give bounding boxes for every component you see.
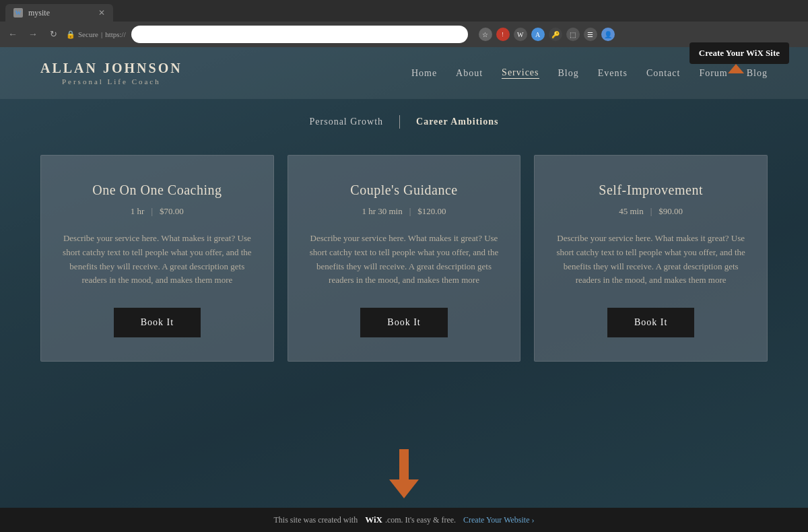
nav-links: Home About Services Blog Events Contact … <box>411 67 768 79</box>
url-input[interactable] <box>131 26 468 43</box>
card-1-title: One On One Coaching <box>92 182 222 198</box>
lock-icon: 🔒 <box>66 30 75 39</box>
extension-icon-4[interactable]: 🔑 <box>549 28 562 41</box>
nav-forum[interactable]: Forum <box>699 68 727 79</box>
card-2-description: Describe your service here. What makes i… <box>308 232 500 288</box>
card-3-meta: 45 min | $90.00 <box>619 206 683 217</box>
book-it-button-1[interactable]: Book It <box>114 308 201 337</box>
create-website-link[interactable]: Create Your Website › <box>463 515 534 525</box>
extension-icon-6[interactable]: ☰ <box>584 28 597 41</box>
browser-icons: ☆ ! W A 🔑 ⬚ ☰ 👤 <box>479 28 615 41</box>
site-wrapper: ALLAN JOHNSON Personal Life Coach Home A… <box>0 47 808 532</box>
extension-icon-1[interactable]: ! <box>496 28 510 41</box>
nav-about[interactable]: About <box>456 68 483 79</box>
card-1-meta: 1 hr | $70.00 <box>131 206 184 217</box>
book-it-button-3[interactable]: Book It <box>607 308 694 337</box>
site-logo: ALLAN JOHNSON Personal Life Coach <box>40 61 182 86</box>
logo-subtitle: Personal Life Coach <box>40 77 182 86</box>
url-protocol: https:// <box>105 30 126 38</box>
browser-tab[interactable]: W mysite ✕ <box>5 4 113 22</box>
nav-home[interactable]: Home <box>411 68 437 79</box>
forward-button[interactable]: → <box>26 27 40 42</box>
arrow-body <box>399 449 409 479</box>
meta-divider-3: | <box>650 206 652 217</box>
address-bar: ← → ↻ 🔒 Secure | https:// ☆ ! W A 🔑 ⬚ ☰ … <box>0 22 808 47</box>
services-section: Personal Growth Career Ambitions One On … <box>0 99 808 389</box>
nav-services[interactable]: Services <box>502 67 539 79</box>
card-2-title: Couple's Guidance <box>350 182 457 198</box>
url-separator: | <box>101 30 102 38</box>
wix-footer: This site was created with WiX .com. It'… <box>0 508 808 532</box>
nav-contact[interactable]: Contact <box>646 68 681 79</box>
card-1-description: Describe your service here. What makes i… <box>61 232 253 288</box>
tab-bar: W mysite ✕ <box>0 0 808 22</box>
nav-blog2[interactable]: Blog <box>747 68 768 79</box>
service-card-2: Couple's Guidance 1 hr 30 min | $120.00 … <box>288 155 521 362</box>
tab-close-button[interactable]: ✕ <box>98 8 105 18</box>
extension-icon-2[interactable]: W <box>514 28 527 41</box>
scroll-down-arrow <box>389 449 419 498</box>
tooltip-text: Create Your WiX Site <box>699 48 780 58</box>
tab-personal-growth[interactable]: Personal Growth <box>294 112 400 131</box>
tab-career-ambitions[interactable]: Career Ambitions <box>400 112 514 131</box>
footer-text-after: .com. It's easy & free. <box>385 515 456 525</box>
secure-badge: 🔒 Secure | https:// <box>66 30 126 39</box>
card-3-title: Self-Improvement <box>599 182 703 198</box>
card-3-description: Describe your service here. What makes i… <box>555 232 747 288</box>
service-card-1: One On One Coaching 1 hr | $70.00 Descri… <box>40 155 274 362</box>
meta-divider-2: | <box>409 206 411 217</box>
card-1-duration: 1 hr <box>131 206 145 217</box>
back-button[interactable]: ← <box>5 27 20 42</box>
star-icon[interactable]: ☆ <box>479 28 492 41</box>
card-2-meta: 1 hr 30 min | $120.00 <box>362 206 446 217</box>
nav-blog[interactable]: Blog <box>558 68 579 79</box>
tab-favicon: W <box>13 8 23 18</box>
extension-icon-5[interactable]: ⬚ <box>566 28 580 41</box>
user-icon[interactable]: 👤 <box>601 28 615 41</box>
site-navigation: ALLAN JOHNSON Personal Life Coach Home A… <box>0 47 808 99</box>
card-3-price: $90.00 <box>659 206 683 217</box>
secure-text: Secure <box>78 30 98 38</box>
service-tabs: Personal Growth Career Ambitions <box>40 112 768 131</box>
card-3-duration: 45 min <box>619 206 643 217</box>
extension-icon-3[interactable]: A <box>531 28 545 41</box>
card-2-duration: 1 hr 30 min <box>362 206 402 217</box>
refresh-button[interactable]: ↻ <box>46 27 61 42</box>
card-1-price: $70.00 <box>160 206 184 217</box>
footer-text-before: This site was created with <box>274 515 358 525</box>
nav-events[interactable]: Events <box>598 68 628 79</box>
service-card-3: Self-Improvement 45 min | $90.00 Describ… <box>534 155 768 362</box>
logo-name: ALLAN JOHNSON <box>40 61 182 76</box>
create-site-tooltip: Create Your WiX Site <box>689 42 789 64</box>
arrow-head <box>389 479 419 498</box>
tooltip-arrow <box>728 64 744 73</box>
service-cards: One On One Coaching 1 hr | $70.00 Descri… <box>40 155 768 362</box>
wix-logo: WiX <box>365 514 382 525</box>
tab-title: mysite <box>28 8 93 18</box>
browser-chrome: W mysite ✕ ← → ↻ 🔒 Secure | https:// ☆ !… <box>0 0 808 47</box>
meta-divider-1: | <box>151 206 153 217</box>
book-it-button-2[interactable]: Book It <box>360 308 447 337</box>
card-2-price: $120.00 <box>417 206 446 217</box>
